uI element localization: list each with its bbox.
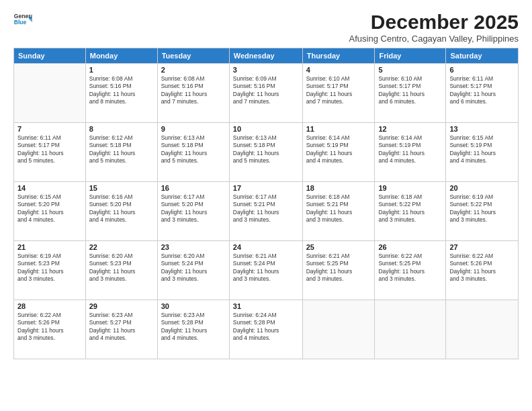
day-header-friday: Friday [375,48,446,64]
day-info: Sunrise: 6:18 AM Sunset: 5:21 PM Dayligh… [306,193,371,224]
day-info: Sunrise: 6:18 AM Sunset: 5:22 PM Dayligh… [378,193,442,224]
day-number: 21 [17,243,82,251]
day-header-sunday: Sunday [14,48,86,64]
month-title: December 2025 [349,11,519,34]
day-cell: 17Sunrise: 6:17 AM Sunset: 5:21 PM Dayli… [229,182,302,241]
day-cell: 12Sunrise: 6:14 AM Sunset: 5:19 PM Dayli… [375,123,446,182]
day-info: Sunrise: 6:13 AM Sunset: 5:18 PM Dayligh… [161,134,226,165]
day-number: 22 [89,243,154,251]
day-cell: 4Sunrise: 6:10 AM Sunset: 5:17 PM Daylig… [302,64,375,123]
day-info: Sunrise: 6:08 AM Sunset: 5:16 PM Dayligh… [161,75,226,106]
day-number: 11 [306,125,371,133]
day-info: Sunrise: 6:19 AM Sunset: 5:23 PM Dayligh… [17,253,82,283]
logo-icon: General Blue [13,11,32,30]
day-cell: 6Sunrise: 6:11 AM Sunset: 5:17 PM Daylig… [446,64,519,123]
day-info: Sunrise: 6:14 AM Sunset: 5:19 PM Dayligh… [378,134,442,165]
day-number: 25 [306,243,371,251]
day-info: Sunrise: 6:21 AM Sunset: 5:24 PM Dayligh… [233,253,299,283]
day-number: 23 [161,243,226,251]
day-info: Sunrise: 6:17 AM Sunset: 5:21 PM Dayligh… [233,193,299,224]
day-number: 30 [161,302,226,310]
day-cell: 24Sunrise: 6:21 AM Sunset: 5:24 PM Dayli… [229,241,302,300]
day-info: Sunrise: 6:11 AM Sunset: 5:17 PM Dayligh… [17,134,82,165]
day-cell: 28Sunrise: 6:22 AM Sunset: 5:26 PM Dayli… [14,300,86,359]
day-cell [446,300,519,359]
day-info: Sunrise: 6:22 AM Sunset: 5:26 PM Dayligh… [17,312,82,342]
day-cell: 11Sunrise: 6:14 AM Sunset: 5:19 PM Dayli… [302,123,375,182]
day-number: 10 [233,125,299,133]
day-number: 13 [449,125,515,133]
days-header-row: SundayMondayTuesdayWednesdayThursdayFrid… [14,48,519,64]
day-header-saturday: Saturday [446,48,519,64]
day-cell: 23Sunrise: 6:20 AM Sunset: 5:24 PM Dayli… [157,241,229,300]
day-cell [14,64,86,123]
day-cell: 31Sunrise: 6:24 AM Sunset: 5:28 PM Dayli… [229,300,302,359]
day-info: Sunrise: 6:08 AM Sunset: 5:16 PM Dayligh… [89,75,154,106]
header: General Blue December 2025 Afusing Centr… [13,11,519,44]
day-number: 28 [17,302,82,310]
day-cell: 10Sunrise: 6:13 AM Sunset: 5:18 PM Dayli… [229,123,302,182]
svg-marker-3 [29,19,32,22]
day-number: 15 [89,184,154,192]
day-cell: 29Sunrise: 6:23 AM Sunset: 5:27 PM Dayli… [85,300,157,359]
day-number: 29 [89,302,154,310]
page: General Blue December 2025 Afusing Centr… [0,0,532,411]
day-cell: 8Sunrise: 6:12 AM Sunset: 5:18 PM Daylig… [85,123,157,182]
title-block: December 2025 Afusing Centro, Cagayan Va… [349,11,519,44]
day-number: 12 [378,125,442,133]
day-info: Sunrise: 6:22 AM Sunset: 5:26 PM Dayligh… [449,253,515,283]
day-cell: 2Sunrise: 6:08 AM Sunset: 5:16 PM Daylig… [157,64,229,123]
day-info: Sunrise: 6:17 AM Sunset: 5:20 PM Dayligh… [161,193,226,224]
day-header-monday: Monday [85,48,157,64]
day-number: 24 [233,243,299,251]
day-cell: 13Sunrise: 6:15 AM Sunset: 5:19 PM Dayli… [446,123,519,182]
week-row-5: 28Sunrise: 6:22 AM Sunset: 5:26 PM Dayli… [14,300,519,359]
subtitle: Afusing Centro, Cagayan Valley, Philippi… [349,34,519,44]
day-info: Sunrise: 6:10 AM Sunset: 5:17 PM Dayligh… [306,75,371,106]
day-cell: 7Sunrise: 6:11 AM Sunset: 5:17 PM Daylig… [14,123,86,182]
day-info: Sunrise: 6:23 AM Sunset: 5:28 PM Dayligh… [161,312,226,342]
day-number: 4 [306,66,371,74]
day-cell: 16Sunrise: 6:17 AM Sunset: 5:20 PM Dayli… [157,182,229,241]
day-info: Sunrise: 6:16 AM Sunset: 5:20 PM Dayligh… [89,193,154,224]
day-info: Sunrise: 6:13 AM Sunset: 5:18 PM Dayligh… [233,134,299,165]
day-info: Sunrise: 6:15 AM Sunset: 5:19 PM Dayligh… [449,134,515,165]
day-number: 19 [378,184,442,192]
day-number: 2 [161,66,226,74]
day-header-wednesday: Wednesday [229,48,302,64]
day-number: 5 [378,66,442,74]
day-cell: 21Sunrise: 6:19 AM Sunset: 5:23 PM Dayli… [14,241,86,300]
day-header-thursday: Thursday [302,48,375,64]
day-cell: 19Sunrise: 6:18 AM Sunset: 5:22 PM Dayli… [375,182,446,241]
week-row-4: 21Sunrise: 6:19 AM Sunset: 5:23 PM Dayli… [14,241,519,300]
day-number: 17 [233,184,299,192]
day-cell: 5Sunrise: 6:10 AM Sunset: 5:17 PM Daylig… [375,64,446,123]
day-info: Sunrise: 6:12 AM Sunset: 5:18 PM Dayligh… [89,134,154,165]
logo: General Blue [13,11,32,30]
day-number: 9 [161,125,226,133]
day-number: 6 [449,66,515,74]
day-info: Sunrise: 6:19 AM Sunset: 5:22 PM Dayligh… [449,193,515,224]
day-info: Sunrise: 6:24 AM Sunset: 5:28 PM Dayligh… [233,312,299,342]
day-number: 14 [17,184,82,192]
day-info: Sunrise: 6:20 AM Sunset: 5:23 PM Dayligh… [89,253,154,283]
day-info: Sunrise: 6:21 AM Sunset: 5:25 PM Dayligh… [306,253,371,283]
day-number: 1 [89,66,154,74]
day-cell: 18Sunrise: 6:18 AM Sunset: 5:21 PM Dayli… [302,182,375,241]
day-info: Sunrise: 6:23 AM Sunset: 5:27 PM Dayligh… [89,312,154,342]
day-cell: 15Sunrise: 6:16 AM Sunset: 5:20 PM Dayli… [85,182,157,241]
day-header-tuesday: Tuesday [157,48,229,64]
day-number: 3 [233,66,299,74]
week-row-1: 1Sunrise: 6:08 AM Sunset: 5:16 PM Daylig… [14,64,519,123]
day-number: 26 [378,243,442,251]
day-cell: 1Sunrise: 6:08 AM Sunset: 5:16 PM Daylig… [85,64,157,123]
day-cell: 27Sunrise: 6:22 AM Sunset: 5:26 PM Dayli… [446,241,519,300]
day-cell: 14Sunrise: 6:15 AM Sunset: 5:20 PM Dayli… [14,182,86,241]
day-info: Sunrise: 6:15 AM Sunset: 5:20 PM Dayligh… [17,193,82,224]
day-number: 20 [449,184,515,192]
day-info: Sunrise: 6:20 AM Sunset: 5:24 PM Dayligh… [161,253,226,283]
day-cell: 26Sunrise: 6:22 AM Sunset: 5:25 PM Dayli… [375,241,446,300]
week-row-3: 14Sunrise: 6:15 AM Sunset: 5:20 PM Dayli… [14,182,519,241]
day-info: Sunrise: 6:14 AM Sunset: 5:19 PM Dayligh… [306,134,371,165]
day-cell: 22Sunrise: 6:20 AM Sunset: 5:23 PM Dayli… [85,241,157,300]
